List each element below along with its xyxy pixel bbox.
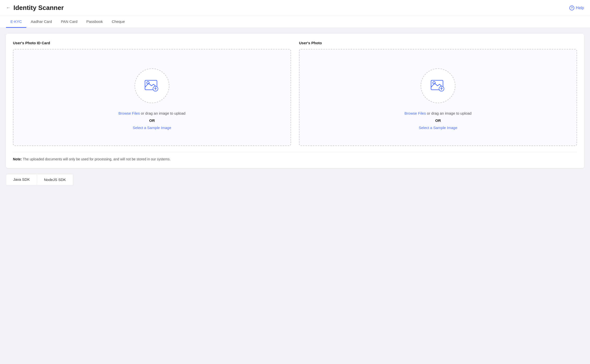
help-circle-icon: ? [569,5,574,10]
tab-pan[interactable]: PAN Card [56,16,82,28]
help-label: Help [576,6,584,10]
tab-nodejs-sdk[interactable]: NodeJS SDK [37,174,73,185]
tab-aadhar[interactable]: Aadhar Card [26,16,56,28]
sample-image-link-left[interactable]: Select a Sample Image [133,126,171,130]
upload-section-photo-id: User's Photo ID Card [13,41,291,146]
sample-image-link-right[interactable]: Select a Sample Image [419,126,457,130]
note-body: The uploaded documents will only be used… [22,157,171,161]
browse-files-link-right[interactable]: Browse Files [404,111,426,115]
note-bold: Note: [13,157,22,161]
upload-card: User's Photo ID Card [6,34,584,168]
tab-cheque[interactable]: Cheque [107,16,129,28]
tab-passbook[interactable]: Passbook [82,16,107,28]
back-arrow-icon[interactable]: ← [6,5,10,10]
or-text-right: OR [435,118,441,123]
page-title: Identity Scanner [13,4,64,12]
header: ← Identity Scanner ? Help [0,0,590,16]
browse-files-link-left[interactable]: Browse Files [118,111,140,115]
or-text-left: OR [149,118,155,123]
note-text: Note: The uploaded documents will only b… [13,157,577,161]
upload-image-icon-left [143,77,161,95]
upload-icon-circle-right [421,68,455,103]
help-link[interactable]: ? Help [569,5,584,10]
browse-text-right: Browse Files or drag an image to upload [404,111,471,115]
upload-image-icon-right [429,77,447,95]
dropzone-user-photo[interactable]: Browse Files or drag an image to upload … [299,49,577,146]
upload-icon-circle-left [135,68,169,103]
upload-section-user-photo: User's Photo Browse Files or d [299,41,577,146]
upload-section-user-photo-title: User's Photo [299,41,577,45]
note-section: Note: The uploaded documents will only b… [13,152,577,161]
header-left: ← Identity Scanner [6,4,64,12]
tab-ekyc[interactable]: E-KYC [6,16,26,28]
dropzone-photo-id[interactable]: Browse Files or drag an image to upload … [13,49,291,146]
tabs-bar: E-KYC Aadhar Card PAN Card Passbook Cheq… [0,16,590,28]
upload-sections: User's Photo ID Card [13,41,577,146]
browse-text-left: Browse Files or drag an image to upload [118,111,185,115]
main-content: User's Photo ID Card [0,28,590,191]
sdk-tabs: Java SDK NodeJS SDK [6,174,73,185]
tab-java-sdk[interactable]: Java SDK [6,174,37,185]
upload-section-photo-id-title: User's Photo ID Card [13,41,291,45]
